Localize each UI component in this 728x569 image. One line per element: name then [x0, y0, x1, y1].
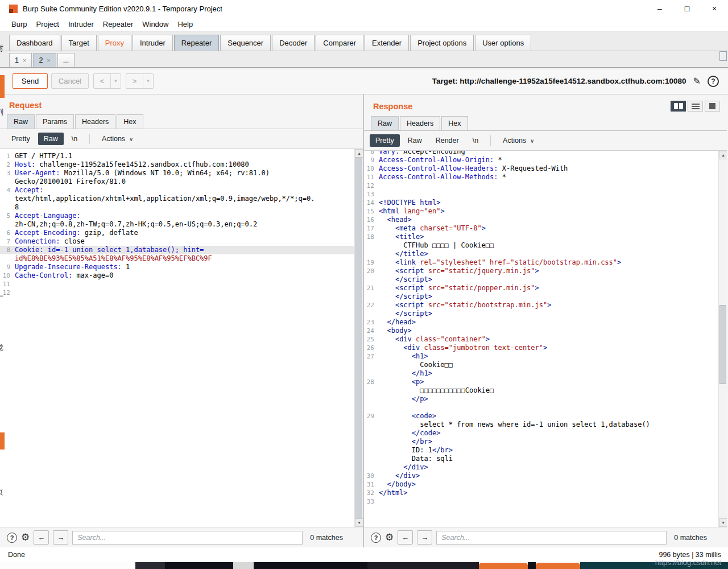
view-mode-raw[interactable]: Raw [38, 133, 64, 145]
view-mode-n[interactable]: \n [467, 134, 484, 147]
response-tab-hex[interactable]: Hex [441, 116, 468, 130]
tab-dashboard[interactable]: Dashboard [9, 35, 60, 51]
request-tab-raw[interactable]: Raw [7, 114, 35, 129]
request-scrollbar[interactable]: ▲ ▼ [354, 149, 363, 527]
next-request-button[interactable]: > ▼ [126, 73, 154, 89]
editor-line: 7Connection: close [0, 237, 363, 246]
response-stats: 996 bytes | 33 millis [659, 551, 721, 559]
help-icon[interactable]: ? [7, 533, 17, 543]
view-mode-n[interactable]: \n [66, 133, 83, 145]
response-tab-headers[interactable]: Headers [400, 116, 440, 130]
background-window-fragment [719, 51, 727, 61]
repeater-tab-bar: 1×2×... [0, 51, 728, 68]
chevron-down-icon[interactable]: ▼ [143, 74, 153, 88]
repeater-tab-item[interactable]: ... [57, 53, 75, 67]
code-segment: gzip, deflate [81, 229, 138, 237]
scrollbar-thumb[interactable] [719, 305, 726, 384]
repeater-tab-2[interactable]: 2× [33, 53, 56, 67]
search-prev-button[interactable]: ← [34, 530, 49, 545]
chevron-down-icon[interactable]: ▼ [111, 74, 121, 88]
line-number [364, 369, 379, 378]
response-editor[interactable]: 8Vary: Accept-Encoding9Access-Control-Al… [364, 150, 727, 527]
code-segment: <div [403, 344, 420, 352]
stacked-layout-button[interactable] [688, 101, 703, 112]
response-scrollbar[interactable]: ▲ ▼ [718, 151, 727, 527]
request-tab-params[interactable]: Params [36, 114, 74, 129]
scroll-up-icon[interactable]: ▲ [355, 149, 363, 158]
scroll-up-icon[interactable]: ▲ [719, 151, 727, 159]
help-icon[interactable]: ? [371, 533, 381, 543]
close-button[interactable]: × [701, 0, 728, 17]
scroll-down-icon[interactable]: ▼ [355, 518, 363, 527]
actions-button[interactable]: Actions∨ [96, 133, 139, 145]
settings-gear-icon[interactable]: ⚙ [385, 531, 394, 543]
line-content: <script src="static/bootstrap.min.js"> [379, 301, 551, 310]
actions-button[interactable]: Actions∨ [497, 134, 540, 147]
request-tab-headers[interactable]: Headers [75, 114, 115, 129]
search-next-button[interactable]: → [417, 530, 432, 545]
repeater-tab-label: ... [63, 56, 69, 64]
search-input[interactable] [436, 531, 667, 545]
menu-item-intruder[interactable]: Intruder [64, 18, 98, 30]
editor-line: 17 <meta charset="UTF-8"> [364, 224, 727, 233]
search-prev-button[interactable]: ← [398, 530, 413, 545]
tab-proxy[interactable]: Proxy [98, 35, 131, 51]
line-content: GET / HTTP/1.1 [15, 152, 72, 160]
tab-comparer[interactable]: Comparer [316, 35, 363, 51]
line-content: Access-Control-Allow-Headers: X-Requeste… [379, 164, 568, 173]
search-next-button[interactable]: → [53, 530, 68, 545]
tab-repeater[interactable]: Repeater [174, 35, 219, 51]
menu-item-repeater[interactable]: Repeater [98, 18, 138, 30]
response-tab-raw[interactable]: Raw [371, 116, 399, 130]
repeater-tab-1[interactable]: 1× [9, 53, 32, 67]
search-input[interactable] [72, 531, 303, 545]
editor-line: 20 <script src="static/jquery.min.js"> [364, 267, 727, 275]
minimize-button[interactable]: – [646, 0, 673, 17]
background-window-fragment [0, 432, 5, 450]
close-tab-icon[interactable]: × [23, 57, 26, 64]
view-mode-pretty[interactable]: Pretty [6, 133, 36, 145]
tab-decoder[interactable]: Decoder [272, 35, 315, 51]
prev-request-button[interactable]: < ▼ [93, 73, 121, 89]
tabbed-layout-button[interactable] [705, 101, 720, 112]
menu-item-help[interactable]: Help [173, 18, 197, 30]
columns-layout-button[interactable] [671, 101, 686, 112]
view-mode-render[interactable]: Render [430, 134, 465, 147]
burp-window: Burp Suite Community Edition v2020.9.1 -… [0, 0, 728, 569]
back-arrow-icon[interactable]: < [94, 74, 111, 88]
code-segment [379, 267, 395, 275]
code-segment: Vary: [379, 150, 399, 155]
tab-sequencer[interactable]: Sequencer [220, 35, 271, 51]
editor-line: 21 <script src="static/popper.min.js"> [364, 284, 727, 292]
line-content: <script src="static/popper.min.js"> [379, 284, 539, 292]
view-mode-pretty[interactable]: Pretty [370, 134, 400, 147]
editor-line: 33 [364, 497, 727, 506]
help-icon[interactable]: ? [708, 76, 719, 87]
maximize-button[interactable]: □ [673, 0, 701, 17]
request-tab-hex[interactable]: Hex [117, 114, 143, 129]
cancel-button[interactable]: Cancel [51, 73, 89, 89]
tab-project-options[interactable]: Project options [410, 35, 474, 51]
settings-gear-icon[interactable]: ⚙ [21, 531, 30, 543]
send-button[interactable]: Send [13, 73, 48, 89]
forward-arrow-icon[interactable]: > [126, 74, 143, 88]
tab-target[interactable]: Target [61, 35, 97, 51]
background-window-text: 剂 [0, 107, 3, 117]
scroll-down-icon[interactable]: ▼ [719, 518, 727, 527]
tab-user-options[interactable]: User options [475, 35, 531, 51]
scrollbar-thumb[interactable] [355, 158, 362, 518]
view-mode-raw[interactable]: Raw [402, 134, 428, 147]
edit-target-icon[interactable]: ✎ [693, 76, 701, 86]
code-segment: 1 [122, 263, 130, 271]
editor-line: 27 <h1> [364, 352, 727, 361]
menu-item-project[interactable]: Project [31, 18, 63, 30]
editor-line: zh-CN,zh;q=0.8,zh-TW;q=0.7,zh-HK;q=0.5,e… [0, 220, 363, 229]
close-tab-icon[interactable]: × [47, 57, 50, 64]
line-number [364, 386, 379, 395]
menu-item-burp[interactable]: Burp [7, 18, 31, 30]
menu-item-window[interactable]: Window [138, 18, 173, 30]
tab-intruder[interactable]: Intruder [133, 35, 173, 51]
line-number [364, 395, 379, 403]
tab-extender[interactable]: Extender [365, 35, 409, 51]
request-editor[interactable]: 1GET / HTTP/1.12Host: challenge-11952a15… [0, 149, 363, 527]
